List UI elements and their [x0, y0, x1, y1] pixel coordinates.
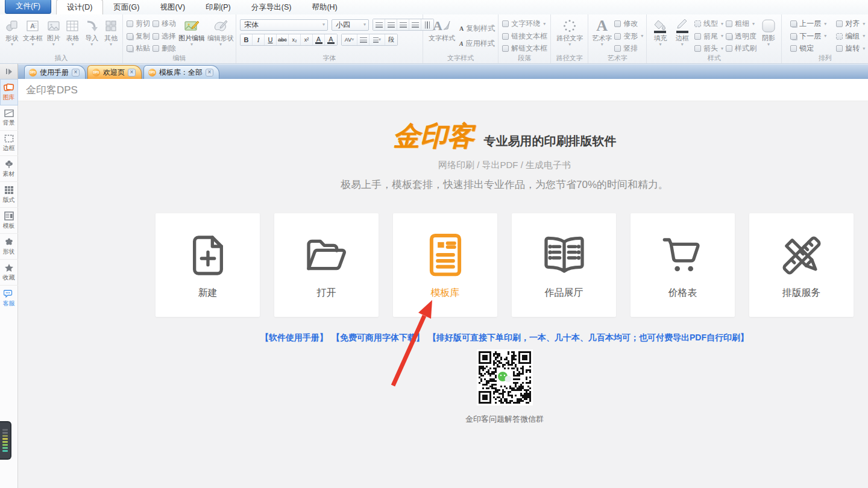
sidebar-item-material[interactable]: 素材 — [0, 156, 18, 182]
insert-import-button[interactable]: 导入▾ — [83, 17, 100, 47]
rotate-button[interactable]: 旋转▾ — [836, 43, 865, 54]
sidebar-item-favorites[interactable]: 收藏 — [0, 260, 18, 286]
select-button[interactable]: 选择 — [153, 31, 176, 42]
sidebar-item-service[interactable]: 客服 — [0, 286, 18, 311]
wordart-modify-button[interactable]: 修改 — [614, 19, 643, 29]
lock-button[interactable]: 锁定 — [790, 43, 826, 54]
tab-close-button[interactable]: × — [128, 69, 136, 77]
tab-close-button[interactable]: × — [206, 69, 213, 77]
bold-button[interactable]: B — [241, 34, 253, 45]
send-backward-button[interactable]: 下一层▾ — [790, 31, 826, 42]
wordart-vertical-button[interactable]: 竖排 — [614, 43, 643, 54]
card-template-library[interactable]: 模板库 — [393, 213, 497, 317]
link-print-order[interactable]: 【排好版可直接下单印刷，一本、几十本、几百本均可；也可付费导出PDF自行印刷】 — [428, 333, 749, 343]
text-style-button[interactable]: A 文字样式 — [427, 17, 457, 42]
style-brush-button[interactable]: 样式刷 — [726, 43, 756, 54]
help-links: 【软件使用手册】 【免费可商用字体下载】 【排好版可直接下单印刷，一本、几十本、… — [260, 333, 749, 343]
menu-tab-design[interactable]: 设计(D) — [56, 0, 103, 14]
line-type-button[interactable]: 线型▾ — [694, 19, 723, 29]
cut-button[interactable]: 剪切 — [127, 19, 150, 29]
underline-color-button[interactable]: A — [313, 34, 325, 45]
card-works-gallery[interactable]: 作品展厅 — [512, 213, 616, 317]
paragraph-panel-button[interactable]: 段 — [385, 34, 397, 45]
path-text-button[interactable]: 路径文字▾ — [555, 17, 585, 47]
tab-close-button[interactable]: × — [72, 69, 80, 77]
menu-tab-page[interactable]: 页面(G) — [103, 0, 149, 14]
link-manual[interactable]: 【软件使用手册】 — [260, 333, 328, 343]
move-button[interactable]: 移动 — [153, 19, 176, 29]
transparency-button[interactable]: 透明度 — [726, 31, 756, 42]
template-page-icon — [4, 211, 14, 221]
fill-button[interactable]: 填充▾ — [650, 17, 670, 47]
rotate-icon — [836, 45, 843, 52]
sidebar-item-template[interactable]: 模板 — [0, 208, 18, 234]
align-objects-button[interactable]: 对齐▾ — [836, 19, 865, 29]
subscript-button[interactable]: x₂ — [289, 34, 301, 45]
font-color-button[interactable]: A — [325, 34, 337, 45]
copy-style-button[interactable]: A复制样式 — [459, 23, 495, 34]
sidebar-item-gallery[interactable]: 图库 — [0, 79, 18, 105]
text-wrap-button[interactable]: 文字环绕▾ — [502, 19, 547, 29]
align-center-button[interactable] — [385, 19, 397, 30]
insert-textbox-button[interactable]: A 文本框▾ — [23, 17, 43, 47]
char-spacing-button[interactable]: AV▾ — [342, 34, 357, 45]
card-open-document[interactable]: 打开 — [274, 213, 379, 317]
dropdown-caret: ▾ — [322, 22, 325, 27]
wordart-button[interactable]: A 艺术字▾ — [592, 17, 612, 47]
unlink-textbox-button[interactable]: 解链文本框 — [502, 43, 547, 54]
strikethrough-button[interactable]: abc — [277, 34, 289, 45]
font-size-select[interactable]: 小四▾ — [332, 19, 369, 31]
insert-shape-button[interactable]: 形状▾ — [4, 17, 20, 47]
link-textbox-button[interactable]: 链接文本框 — [502, 31, 547, 42]
card-new-document[interactable]: 新建 — [156, 213, 260, 317]
link-free-fonts[interactable]: 【免费可商用字体下载】 — [332, 333, 424, 343]
picture-edit-button[interactable]: 图片编辑▾ — [178, 17, 205, 47]
page-header: 金印客DPS — [18, 79, 868, 101]
align-justify-button[interactable] — [409, 19, 421, 30]
arrow-tail-button[interactable]: 箭尾▾ — [694, 31, 723, 42]
menu-tab-help[interactable]: 帮助(H) — [301, 0, 347, 14]
sidebar-item-border[interactable]: 边框 — [0, 131, 18, 156]
doc-tab-template-library[interactable]: DPS 模板库：全部 × — [143, 65, 219, 79]
copy-button[interactable]: 复制 — [127, 31, 150, 42]
dropdown-caret: ▾ — [11, 42, 13, 47]
file-menu-button[interactable]: 文件(F) — [5, 0, 51, 14]
align-center-icon — [388, 22, 395, 28]
columns-button[interactable]: ▾ — [370, 34, 385, 45]
vertical-text-icon — [614, 45, 621, 52]
doc-tab-manual[interactable]: DPS 使用手册 × — [24, 65, 86, 79]
bring-forward-button[interactable]: 上一层▾ — [790, 19, 826, 29]
doc-tab-welcome[interactable]: DPS 欢迎页 × — [87, 65, 142, 79]
menu-tab-view[interactable]: 视图(V) — [149, 0, 195, 14]
sidebar-item-layout[interactable]: 版式 — [0, 182, 18, 208]
menu-tab-share-export[interactable]: 分享导出(S) — [241, 0, 302, 14]
wordart-transform-button[interactable]: 变形▾ — [614, 31, 643, 42]
paste-button[interactable]: 粘贴 — [127, 43, 150, 54]
insert-other-button[interactable]: 其他▾ — [102, 17, 119, 47]
line-spacing-button[interactable] — [357, 34, 370, 45]
card-layout-service[interactable]: 排版服务 — [749, 213, 854, 317]
card-price-list[interactable]: 价格表 — [631, 213, 735, 317]
underline-button[interactable]: U — [265, 34, 277, 45]
menu-tab-print[interactable]: 印刷(P) — [195, 0, 241, 14]
sidebar-item-background[interactable]: 背景 — [0, 105, 18, 131]
ribbon-group-paragraph: 文字环绕▾ 链接文本框 解链文本框 段落 — [498, 14, 551, 63]
font-family-select[interactable]: 宋体▾ — [240, 19, 328, 31]
group-objects-button[interactable]: 编组▾ — [836, 31, 865, 42]
align-right-button[interactable] — [397, 19, 409, 30]
border-button[interactable]: 边框▾ — [673, 17, 692, 47]
superscript-button[interactable]: x² — [301, 34, 313, 45]
line-weight-button[interactable]: 粗细▾ — [726, 19, 756, 29]
insert-table-button[interactable]: 表格▾ — [64, 17, 81, 47]
italic-button[interactable]: I — [253, 34, 265, 45]
apply-style-button[interactable]: A应用样式 — [459, 39, 495, 49]
dropdown-caret: ▾ — [721, 22, 723, 27]
align-left-button[interactable] — [373, 19, 385, 30]
insert-picture-button[interactable]: 图片▾ — [45, 17, 62, 47]
edit-shape-button[interactable]: 编辑形状▾ — [207, 17, 234, 47]
collapse-panel-button[interactable] — [0, 64, 18, 79]
sidebar-item-shape[interactable]: 形状 — [0, 234, 18, 260]
arrow-head-button[interactable]: 箭头▾ — [694, 43, 723, 54]
delete-button[interactable]: 删除 — [153, 43, 176, 54]
shadow-button[interactable]: 阴影▾ — [759, 17, 778, 47]
